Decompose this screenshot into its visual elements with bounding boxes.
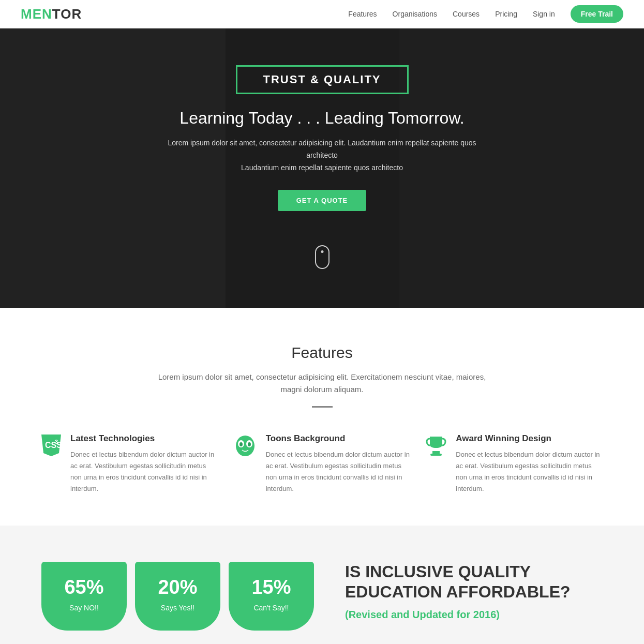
nav-links: Features Organisations Courses Pricing S… [348,5,623,23]
stat-card-1: 20% Says Yes!! [135,562,220,631]
features-grid: CSS 3 Latest Technologies Donec et lectu… [41,433,603,495]
feature-text-technologies: Latest Technologies Donec et lectus bibe… [70,433,218,495]
stat-label-1: Says Yes!! [145,604,210,612]
alien-icon [234,435,257,495]
feature-title-technologies: Latest Technologies [70,433,218,444]
features-description: Lorem ipsum dolor sit amet, consectetur … [152,371,493,396]
stat-label-0: Say NO!! [52,604,116,612]
svg-text:3: 3 [55,439,58,445]
stat-card-0: 65% Say NO!! [41,562,127,631]
feature-text-toons: Toons Background Donec et lectus bibendu… [266,433,411,495]
feature-title-award: Award Winning Design [456,433,603,444]
stat-percent-0: 65% [52,576,116,598]
stats-title: IS INCLUSIVE QUALITY EDUCATION AFFORDABL… [345,562,603,602]
svg-text:CSS: CSS [45,441,61,450]
feature-text-award: Award Winning Design Donec et lectus bib… [456,433,603,495]
feature-body-toons: Donec et lectus bibendum dolor dictum au… [266,449,411,495]
stats-subtitle: (Revised and Updated for 2016) [345,609,603,621]
hero-badge: TRUST & QUALITY [236,65,409,94]
scroll-indicator [315,245,330,269]
feature-item-toons: Toons Background Donec et lectus bibendu… [234,433,411,495]
nav-item-signin[interactable]: Sign in [533,9,555,19]
stat-label-2: Can't Say!! [239,604,304,612]
feature-body-technologies: Donec et lectus bibendum dolor dictum au… [70,449,218,495]
stat-percent-1: 20% [145,576,210,598]
feature-title-toons: Toons Background [266,433,411,444]
hero-description: Lorem ipsum dolor sit amet, consectetur … [157,137,488,174]
css3-icon: CSS 3 [41,435,61,495]
stat-percent-2: 15% [239,576,304,598]
svg-point-7 [248,442,251,446]
navbar: MENTOR Features Organisations Courses Pr… [0,0,644,28]
stats-cards: 65% Say NO!! 20% Says Yes!! 15% Can't Sa… [41,562,314,631]
features-divider [312,406,333,408]
stat-card-2: 15% Can't Say!! [229,562,314,631]
stats-section: 65% Say NO!! 20% Says Yes!! 15% Can't Sa… [0,526,644,644]
logo-tor: TOR [52,6,82,22]
svg-rect-8 [432,451,440,454]
stats-text: IS INCLUSIVE QUALITY EDUCATION AFFORDABL… [314,562,603,621]
hero-tagline: Learning Today . . . Leading Tomorrow. [157,109,488,128]
features-title: Features [41,344,603,362]
nav-item-free-trail[interactable]: Free Trail [571,5,623,23]
feature-item-technologies: CSS 3 Latest Technologies Donec et lectu… [41,433,218,495]
hero-content: TRUST & QUALITY Learning Today . . . Lea… [146,55,498,281]
nav-item-organisations[interactable]: Organisations [393,9,437,19]
hero-section: TRUST & QUALITY Learning Today . . . Lea… [0,28,644,308]
logo-men: MEN [21,6,52,22]
nav-item-pricing[interactable]: Pricing [495,9,517,19]
svg-rect-9 [430,454,442,456]
nav-item-courses[interactable]: Courses [453,9,480,19]
nav-item-features[interactable]: Features [348,9,377,19]
logo[interactable]: MENTOR [21,6,82,22]
feature-body-award: Donec et lectus bibendum dolor dictum au… [456,449,603,495]
trophy-icon [426,435,446,495]
free-trail-button[interactable]: Free Trail [571,5,623,23]
get-quote-button[interactable]: GET A QUOTE [278,190,367,211]
svg-point-6 [239,442,243,446]
feature-item-award: Award Winning Design Donec et lectus bib… [426,433,603,495]
features-section: Features Lorem ipsum dolor sit amet, con… [0,308,644,526]
